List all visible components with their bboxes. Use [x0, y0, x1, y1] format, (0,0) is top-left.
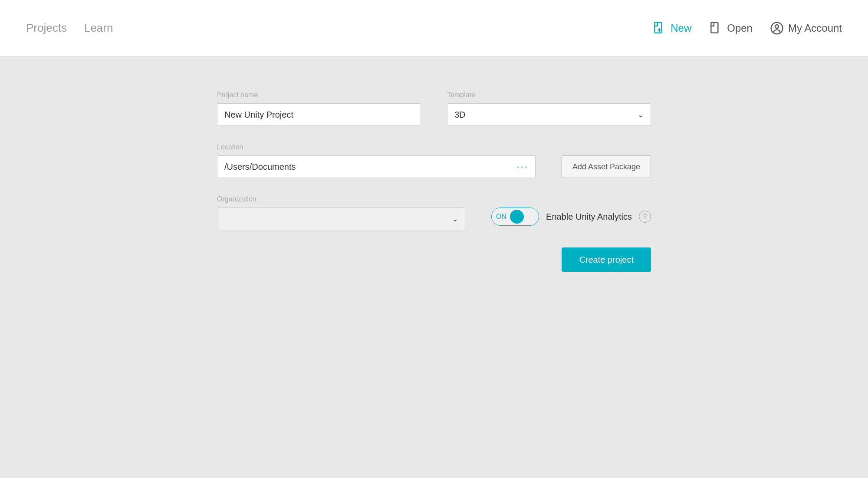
form-row-1: Project name Template 3D 2D High Definit… — [217, 91, 651, 126]
create-btn-row: Create project — [217, 247, 651, 272]
location-input[interactable] — [217, 155, 536, 178]
account-icon — [770, 21, 784, 35]
help-icon[interactable]: ? — [639, 211, 651, 223]
account-button[interactable]: My Account — [770, 21, 842, 35]
open-label: Open — [727, 22, 753, 34]
svg-point-9 — [775, 25, 779, 28]
new-button[interactable]: New — [652, 21, 691, 35]
add-asset-button[interactable]: Add Asset Package — [562, 155, 651, 178]
location-label: Location — [217, 143, 536, 151]
create-project-button[interactable]: Create project — [562, 247, 651, 272]
analytics-group-wrapper: ON Enable Unity Analytics ? — [491, 195, 651, 226]
template-label: Template — [447, 91, 651, 99]
project-name-label: Project name — [217, 91, 421, 99]
template-select[interactable]: 3D 2D High Definition RP Lightweight RP — [447, 103, 651, 126]
project-name-group: Project name — [217, 91, 421, 126]
header-nav: Projects Learn — [26, 21, 652, 35]
location-input-wrapper: ··· — [217, 155, 536, 178]
svg-rect-0 — [655, 22, 662, 33]
nav-learn[interactable]: Learn — [84, 21, 113, 35]
location-group: Location ··· — [217, 143, 536, 178]
project-name-input[interactable] — [217, 103, 421, 126]
analytics-label: Enable Unity Analytics — [546, 212, 632, 222]
open-button[interactable]: Open — [709, 21, 753, 35]
form-row-2: Location ··· Add Asset Package — [217, 143, 651, 178]
org-select-wrapper: ⌄ — [217, 208, 465, 230]
form-row-3: Organization ⌄ ON Enable Unity Analytics… — [217, 195, 651, 230]
new-project-form: Project name Template 3D 2D High Definit… — [217, 91, 651, 272]
header-actions: New Open My Account — [652, 21, 842, 35]
toggle-circle — [510, 210, 524, 224]
new-label: New — [671, 22, 691, 34]
svg-rect-5 — [711, 22, 718, 33]
browse-dots-icon[interactable]: ··· — [517, 161, 529, 172]
organization-select[interactable] — [217, 208, 465, 230]
account-label: My Account — [788, 22, 842, 34]
template-group: Template 3D 2D High Definition RP Lightw… — [447, 91, 651, 126]
organization-group: Organization ⌄ — [217, 195, 465, 230]
add-asset-wrapper: Add Asset Package — [562, 143, 651, 178]
template-select-wrapper: 3D 2D High Definition RP Lightweight RP … — [447, 103, 651, 126]
main-content: Project name Template 3D 2D High Definit… — [0, 56, 868, 307]
open-icon — [709, 21, 723, 35]
new-icon — [652, 21, 666, 35]
toggle-on-label: ON — [494, 213, 506, 221]
organization-label: Organization — [217, 195, 465, 203]
analytics-group: ON Enable Unity Analytics ? — [491, 208, 651, 226]
app-header: Projects Learn New — [0, 0, 868, 56]
nav-projects[interactable]: Projects — [26, 21, 67, 35]
analytics-toggle[interactable]: ON — [491, 208, 539, 226]
